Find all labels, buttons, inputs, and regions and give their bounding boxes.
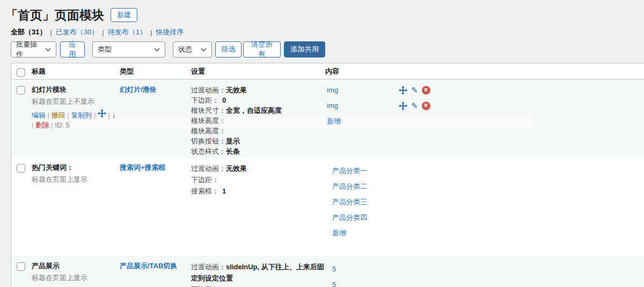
content-link[interactable]: 新增 <box>327 117 341 126</box>
content-item: 产品分类四 <box>325 210 644 225</box>
content-item: 产品分类二 <box>325 178 644 194</box>
chevron-down-icon <box>154 48 160 52</box>
content-link[interactable]: 5 <box>332 281 336 287</box>
move-icon[interactable] <box>98 109 106 118</box>
setting-value: 无效果 <box>226 86 247 94</box>
header-cell-settings: 设置 <box>191 67 325 76</box>
arrow-down-icon[interactable]: ↓ <box>112 110 116 120</box>
status-filter-label: 状态 <box>178 45 192 54</box>
content-link[interactable]: 新增 <box>332 228 346 238</box>
header-cell-type: 类型 <box>120 67 191 76</box>
setting-label: 下边距： <box>191 174 222 185</box>
row-cell-type: 幻灯片/滑块 <box>120 80 191 157</box>
status-filter-select[interactable]: 状态 <box>173 41 212 58</box>
type-filter-select[interactable]: 类型 <box>92 41 165 58</box>
action-separator: | <box>49 121 55 129</box>
header-cell-content: 内容 <box>325 67 644 76</box>
row-actions: 编辑 | 撤回 | 复制到 | | ↓ | 删除 | ID: 5 <box>32 109 119 130</box>
content-item: 产品分类三 <box>325 194 644 210</box>
select-all-checkbox[interactable] <box>17 68 25 77</box>
content-item: img✎× <box>325 82 644 98</box>
content-link[interactable]: img <box>327 102 338 110</box>
setting-value: 1 <box>222 187 226 195</box>
status-filter-bar: 全部（31）|已发布（30）|待发布（1）|快捷排序 <box>11 28 644 37</box>
delete-action-link[interactable]: 删除 <box>35 121 49 129</box>
row-checkbox[interactable] <box>17 86 25 95</box>
setting-line: 下边距：0 <box>191 95 325 105</box>
move-icon[interactable] <box>399 102 407 110</box>
move-icon[interactable] <box>399 86 407 95</box>
row-cell-settings: 过渡动画：slideInUp, 从下往上、上来后固定到设定位置下边距：0 <box>191 256 325 287</box>
content-link[interactable]: img <box>327 86 338 94</box>
content-item: 新增 <box>325 113 644 129</box>
pencil-edit-icon[interactable]: ✎ <box>411 102 418 110</box>
content-item: 产品分类一 <box>325 163 644 178</box>
row-checkbox[interactable] <box>17 164 25 173</box>
module-type-link[interactable]: 幻灯片/滑块 <box>120 85 157 94</box>
content-item-icons: ✎× <box>399 82 430 98</box>
setting-line: 下边距： <box>191 174 325 185</box>
row-cell-settings: 过渡动画：无效果下边距：搜索框：1 <box>191 157 325 256</box>
row-cell-checkbox <box>11 157 32 256</box>
add-shared-button[interactable]: 添加共用 <box>284 41 325 58</box>
setting-line: 过渡动画：无效果 <box>191 163 325 174</box>
content-link[interactable]: 产品分类一 <box>332 166 367 176</box>
row-subtitle: 标题在页面上显示 <box>32 274 120 282</box>
row-title: 产品展示 <box>32 261 120 270</box>
page-header: 「首页」页面模块 新建 <box>5 7 644 23</box>
content-link[interactable]: 产品分类二 <box>332 182 367 191</box>
table-row: 热门关键词：标题在页面上显示搜索词+搜索框过渡动画：无效果下边距：搜索框：1产品… <box>11 157 644 256</box>
content-link[interactable]: 产品分类三 <box>332 197 367 207</box>
filter-link-2[interactable]: 已发布（30） <box>56 27 98 37</box>
filter-link-1: 全部（31） <box>11 27 46 37</box>
filter-button[interactable]: 筛选 <box>215 41 241 58</box>
modules-table: 标题 类型 设置 内容 幻灯片模块标题在页面上不显示编辑 | 撤回 | 复制到 … <box>11 63 644 287</box>
action-separator: | <box>65 111 71 119</box>
filter-separator: | <box>102 28 104 37</box>
row-subtitle: 标题在页面上显示 <box>32 175 120 183</box>
content-item-icons: ✎× <box>399 98 430 113</box>
setting-label: 搜索框： <box>191 185 222 197</box>
content-item: img✎× <box>325 98 644 113</box>
action-separator: | <box>32 121 35 129</box>
setting-label: 模块高度： <box>191 116 226 126</box>
action-separator: | <box>46 111 52 119</box>
row-checkbox[interactable] <box>17 262 25 271</box>
delete-circle-icon[interactable]: × <box>422 102 430 110</box>
setting-value: 显示 <box>226 137 240 145</box>
module-type-link[interactable]: 产品展示/TAB切换 <box>120 262 177 270</box>
setting-line: 模块高度： <box>191 126 325 136</box>
content-item: 5 <box>325 277 644 287</box>
content-link[interactable]: 产品分类四 <box>332 213 367 223</box>
chevron-down-icon <box>45 48 51 52</box>
row-cell-type: 产品展示/TAB切换 <box>120 256 191 287</box>
edit-action-link[interactable]: 编辑 <box>32 111 46 119</box>
row-cell-settings: 过渡动画：无效果下边距：0模块尺寸：全宽，自适应高度模块高度：模块高度：切换按钮… <box>191 80 325 157</box>
bulk-action-label: 批量操作 <box>16 40 41 59</box>
pencil-edit-icon[interactable]: ✎ <box>411 86 418 94</box>
apply-button[interactable]: 应用 <box>60 41 85 58</box>
content-link[interactable]: 5 <box>332 265 336 273</box>
setting-label: 状态样式： <box>191 146 226 156</box>
setting-value: 0 <box>222 96 226 104</box>
filter-separator: | <box>150 28 152 37</box>
setting-label: 切换按钮： <box>191 136 226 146</box>
setting-label: 过渡动画： <box>191 261 226 272</box>
filter-link-4[interactable]: 快捷排序 <box>156 27 184 37</box>
bulk-action-select[interactable]: 批量操作 <box>11 41 56 58</box>
setting-line: 过渡动画：无效果 <box>191 85 325 95</box>
list-toolbar: 批量操作 应用 类型 状态 筛选 清空所有 添加共用 <box>11 41 644 58</box>
page-title: 「首页」页面模块 <box>5 7 104 23</box>
row-cell-content: img✎×img✎×新增 <box>325 80 644 157</box>
clear-all-button[interactable]: 清空所有 <box>243 41 281 58</box>
copy-action-link[interactable]: 复制到 <box>71 111 92 119</box>
row-subtitle: 标题在页面上不显示 <box>32 97 120 105</box>
new-button[interactable]: 新建 <box>111 8 137 22</box>
module-type-link[interactable]: 搜索词+搜索框 <box>120 163 166 171</box>
filter-link-3[interactable]: 待发布（1） <box>108 27 147 37</box>
delete-circle-icon[interactable]: × <box>422 86 430 95</box>
content-item: 新增 <box>325 225 644 241</box>
row-cell-checkbox <box>11 80 32 157</box>
table-row: 幻灯片模块标题在页面上不显示编辑 | 撤回 | 复制到 | | ↓ | 删除 |… <box>11 80 644 157</box>
revoke-action-link[interactable]: 撤回 <box>52 111 65 119</box>
